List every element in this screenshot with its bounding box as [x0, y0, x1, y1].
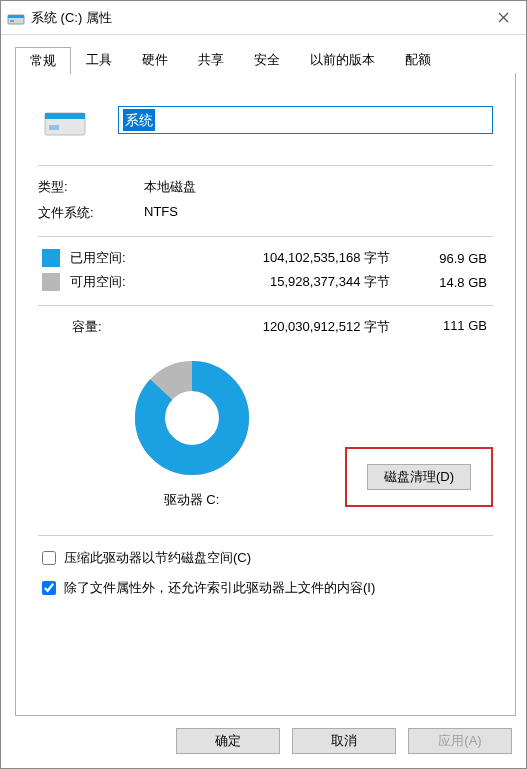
divider — [38, 305, 493, 306]
capacity-label: 容量: — [72, 318, 190, 336]
compress-checkbox[interactable] — [42, 551, 56, 565]
index-label: 除了文件属性外，还允许索引此驱动器上文件的内容(I) — [64, 579, 375, 597]
tab-general[interactable]: 常规 — [15, 47, 71, 74]
tab-label: 以前的版本 — [310, 52, 375, 67]
filesystem-value: NTFS — [144, 204, 178, 222]
general-panel: 系统 类型: 本地磁盘 文件系统: NTFS 已用空间: 104,102,535… — [15, 73, 516, 716]
tab-strip: 常规 工具 硬件 共享 安全 以前的版本 配额 — [15, 45, 516, 73]
dialog-footer: 确定 取消 应用(A) — [1, 716, 526, 768]
tab-tools[interactable]: 工具 — [71, 46, 127, 73]
free-label: 可用空间: — [70, 273, 190, 291]
donut-label: 驱动器 C: — [164, 491, 220, 509]
divider — [38, 236, 493, 237]
button-label: 应用(A) — [438, 732, 481, 750]
cancel-button[interactable]: 取消 — [292, 728, 396, 754]
svg-rect-2 — [10, 20, 14, 22]
capacity-row: 容量: 120,030,912,512 字节 111 GB — [38, 318, 493, 336]
used-gb: 96.9 GB — [390, 251, 493, 266]
drive-name-value: 系统 — [123, 109, 155, 131]
type-row: 类型: 本地磁盘 — [38, 178, 493, 196]
type-label: 类型: — [38, 178, 144, 196]
compress-label: 压缩此驱动器以节约磁盘空间(C) — [64, 549, 251, 567]
tab-label: 安全 — [254, 52, 280, 67]
used-bytes: 104,102,535,168 字节 — [190, 249, 390, 267]
tab-label: 常规 — [30, 53, 56, 68]
free-bytes: 15,928,377,344 字节 — [190, 273, 390, 291]
button-label: 磁盘清理(D) — [384, 468, 454, 486]
index-option[interactable]: 除了文件属性外，还允许索引此驱动器上文件的内容(I) — [38, 578, 493, 598]
divider — [38, 535, 493, 536]
filesystem-row: 文件系统: NTFS — [38, 204, 493, 222]
header-row: 系统 — [38, 97, 493, 143]
tab-security[interactable]: 安全 — [239, 46, 295, 73]
tab-hardware[interactable]: 硬件 — [127, 46, 183, 73]
compress-option[interactable]: 压缩此驱动器以节约磁盘空间(C) — [38, 548, 493, 568]
drive-icon-large — [42, 97, 88, 143]
disk-cleanup-button[interactable]: 磁盘清理(D) — [367, 464, 471, 490]
drive-name-input[interactable]: 系统 — [118, 106, 493, 134]
tab-label: 配额 — [405, 52, 431, 67]
close-button[interactable] — [480, 1, 526, 34]
usage-donut-icon — [132, 358, 252, 481]
cleanup-annotation: 磁盘清理(D) — [345, 447, 493, 507]
apply-button[interactable]: 应用(A) — [408, 728, 512, 754]
free-gb: 14.8 GB — [390, 275, 493, 290]
used-space-row: 已用空间: 104,102,535,168 字节 96.9 GB — [38, 249, 493, 267]
title-bar: 系统 (C:) 属性 — [1, 1, 526, 35]
window-title: 系统 (C:) 属性 — [31, 9, 480, 27]
drive-icon — [7, 9, 25, 27]
capacity-bytes: 120,030,912,512 字节 — [190, 318, 390, 336]
donut-area: 驱动器 C: 磁盘清理(D) — [38, 358, 493, 509]
svg-rect-4 — [45, 113, 85, 119]
divider — [38, 165, 493, 166]
button-label: 确定 — [215, 732, 241, 750]
tab-sharing[interactable]: 共享 — [183, 46, 239, 73]
index-checkbox[interactable] — [42, 581, 56, 595]
free-swatch-icon — [42, 273, 60, 291]
tab-label: 共享 — [198, 52, 224, 67]
tab-label: 硬件 — [142, 52, 168, 67]
ok-button[interactable]: 确定 — [176, 728, 280, 754]
filesystem-label: 文件系统: — [38, 204, 144, 222]
svg-rect-1 — [8, 15, 24, 18]
svg-rect-5 — [49, 125, 59, 130]
free-space-row: 可用空间: 15,928,377,344 字节 14.8 GB — [38, 273, 493, 291]
capacity-gb: 111 GB — [390, 318, 493, 336]
used-swatch-icon — [42, 249, 60, 267]
tab-quota[interactable]: 配额 — [390, 46, 446, 73]
tab-label: 工具 — [86, 52, 112, 67]
tabs-wrap: 常规 工具 硬件 共享 安全 以前的版本 配额 — [1, 35, 526, 73]
used-label: 已用空间: — [70, 249, 190, 267]
type-value: 本地磁盘 — [144, 178, 196, 196]
button-label: 取消 — [331, 732, 357, 750]
tab-previous[interactable]: 以前的版本 — [295, 46, 390, 73]
